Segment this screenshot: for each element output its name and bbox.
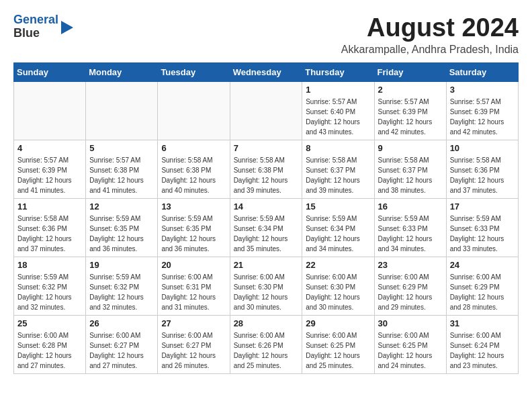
calendar-cell: 8Sunrise: 5:58 AM Sunset: 6:37 PM Daylig… [302,140,374,199]
calendar-cell: 5Sunrise: 5:57 AM Sunset: 6:38 PM Daylig… [86,140,158,199]
calendar-table: SundayMondayTuesdayWednesdayThursdayFrid… [13,62,519,374]
calendar-cell: 24Sunrise: 6:00 AM Sunset: 6:29 PM Dayli… [446,257,518,316]
day-info: Sunrise: 5:58 AM Sunset: 6:38 PM Dayligh… [161,155,226,195]
page-header: General Blue August 2024 Akkarampalle, A… [13,13,519,56]
calendar-cell: 23Sunrise: 6:00 AM Sunset: 6:29 PM Dayli… [374,257,446,316]
day-number: 4 [17,143,82,153]
calendar-cell: 28Sunrise: 6:00 AM Sunset: 6:26 PM Dayli… [230,316,302,374]
day-number: 24 [450,260,515,270]
calendar-cell: 12Sunrise: 5:59 AM Sunset: 6:35 PM Dayli… [86,199,158,257]
day-info: Sunrise: 6:00 AM Sunset: 6:25 PM Dayligh… [378,330,443,371]
calendar-cell: 10Sunrise: 5:58 AM Sunset: 6:36 PM Dayli… [446,140,518,199]
calendar-week-row: 1Sunrise: 5:57 AM Sunset: 6:40 PM Daylig… [14,82,519,140]
day-info: Sunrise: 6:00 AM Sunset: 6:27 PM Dayligh… [89,330,154,371]
calendar-week-row: 25Sunrise: 6:00 AM Sunset: 6:28 PM Dayli… [14,316,519,374]
day-number: 25 [17,318,82,328]
day-number: 16 [378,201,443,212]
calendar-cell: 13Sunrise: 5:59 AM Sunset: 6:35 PM Dayli… [158,199,230,257]
day-info: Sunrise: 6:00 AM Sunset: 6:29 PM Dayligh… [450,272,515,312]
calendar-week-row: 4Sunrise: 5:57 AM Sunset: 6:39 PM Daylig… [14,140,519,199]
weekday-header: Tuesday [158,63,230,82]
calendar-cell: 3Sunrise: 5:57 AM Sunset: 6:39 PM Daylig… [446,82,518,140]
calendar-cell [14,82,86,140]
day-number: 26 [89,318,154,328]
calendar-cell [158,82,230,140]
day-number: 18 [17,260,82,270]
day-number: 9 [378,143,443,153]
title-area: August 2024 Akkarampalle, Andhra Pradesh… [341,13,519,56]
day-number: 29 [306,318,370,328]
day-info: Sunrise: 6:00 AM Sunset: 6:31 PM Dayligh… [161,272,226,312]
day-number: 27 [161,318,226,328]
weekday-header: Saturday [446,63,518,82]
day-number: 5 [89,143,154,153]
day-number: 3 [450,85,515,95]
day-number: 22 [306,260,370,270]
day-info: Sunrise: 5:57 AM Sunset: 6:38 PM Dayligh… [89,155,154,195]
day-info: Sunrise: 6:00 AM Sunset: 6:26 PM Dayligh… [234,330,299,371]
day-number: 21 [234,260,299,270]
day-info: Sunrise: 5:58 AM Sunset: 6:36 PM Dayligh… [17,214,82,254]
calendar-cell: 11Sunrise: 5:58 AM Sunset: 6:36 PM Dayli… [14,199,86,257]
month-title: August 2024 [341,13,519,42]
day-number: 10 [450,143,515,153]
calendar-cell [86,82,158,140]
calendar-cell: 29Sunrise: 6:00 AM Sunset: 6:25 PM Dayli… [302,316,374,374]
day-info: Sunrise: 5:57 AM Sunset: 6:39 PM Dayligh… [17,155,82,195]
calendar-cell: 1Sunrise: 5:57 AM Sunset: 6:40 PM Daylig… [302,82,374,140]
day-number: 2 [378,85,443,95]
day-info: Sunrise: 5:57 AM Sunset: 6:39 PM Dayligh… [378,97,443,137]
calendar-cell: 22Sunrise: 6:00 AM Sunset: 6:30 PM Dayli… [302,257,374,316]
calendar-cell: 6Sunrise: 5:58 AM Sunset: 6:38 PM Daylig… [158,140,230,199]
day-number: 14 [234,201,299,212]
day-info: Sunrise: 5:59 AM Sunset: 6:34 PM Dayligh… [306,214,370,254]
weekday-header: Sunday [14,63,86,82]
calendar-week-row: 18Sunrise: 5:59 AM Sunset: 6:32 PM Dayli… [14,257,519,316]
calendar-cell: 9Sunrise: 5:58 AM Sunset: 6:37 PM Daylig… [374,140,446,199]
calendar-cell [230,82,302,140]
day-number: 19 [89,260,154,270]
weekday-header: Wednesday [230,63,302,82]
day-number: 6 [161,143,226,153]
day-info: Sunrise: 5:59 AM Sunset: 6:33 PM Dayligh… [450,214,515,254]
logo-text: General Blue [13,13,58,40]
logo-arrow-icon [61,21,73,34]
logo: General Blue [13,13,73,40]
day-info: Sunrise: 5:58 AM Sunset: 6:38 PM Dayligh… [234,155,299,195]
day-info: Sunrise: 5:58 AM Sunset: 6:37 PM Dayligh… [306,155,370,195]
calendar-cell: 7Sunrise: 5:58 AM Sunset: 6:38 PM Daylig… [230,140,302,199]
day-number: 31 [450,318,515,328]
calendar-cell: 4Sunrise: 5:57 AM Sunset: 6:39 PM Daylig… [14,140,86,199]
calendar-cell: 25Sunrise: 6:00 AM Sunset: 6:28 PM Dayli… [14,316,86,374]
calendar-cell: 27Sunrise: 6:00 AM Sunset: 6:27 PM Dayli… [158,316,230,374]
day-number: 8 [306,143,370,153]
day-info: Sunrise: 6:00 AM Sunset: 6:24 PM Dayligh… [450,330,515,371]
day-info: Sunrise: 5:58 AM Sunset: 6:37 PM Dayligh… [378,155,443,195]
day-info: Sunrise: 6:00 AM Sunset: 6:25 PM Dayligh… [306,330,370,371]
day-info: Sunrise: 5:57 AM Sunset: 6:40 PM Dayligh… [306,97,370,137]
calendar-cell: 16Sunrise: 5:59 AM Sunset: 6:33 PM Dayli… [374,199,446,257]
day-number: 13 [161,201,226,212]
calendar-week-row: 11Sunrise: 5:58 AM Sunset: 6:36 PM Dayli… [14,199,519,257]
weekday-header: Friday [374,63,446,82]
calendar-cell: 30Sunrise: 6:00 AM Sunset: 6:25 PM Dayli… [374,316,446,374]
day-number: 23 [378,260,443,270]
calendar-cell: 15Sunrise: 5:59 AM Sunset: 6:34 PM Dayli… [302,199,374,257]
day-info: Sunrise: 5:59 AM Sunset: 6:33 PM Dayligh… [378,214,443,254]
calendar-cell: 2Sunrise: 5:57 AM Sunset: 6:39 PM Daylig… [374,82,446,140]
calendar-cell: 21Sunrise: 6:00 AM Sunset: 6:30 PM Dayli… [230,257,302,316]
day-info: Sunrise: 5:59 AM Sunset: 6:32 PM Dayligh… [17,272,82,312]
day-number: 17 [450,201,515,212]
calendar-cell: 18Sunrise: 5:59 AM Sunset: 6:32 PM Dayli… [14,257,86,316]
calendar-header-row: SundayMondayTuesdayWednesdayThursdayFrid… [14,63,519,82]
calendar-cell: 31Sunrise: 6:00 AM Sunset: 6:24 PM Dayli… [446,316,518,374]
day-info: Sunrise: 5:58 AM Sunset: 6:36 PM Dayligh… [450,155,515,195]
calendar-cell: 17Sunrise: 5:59 AM Sunset: 6:33 PM Dayli… [446,199,518,257]
day-info: Sunrise: 5:59 AM Sunset: 6:34 PM Dayligh… [234,214,299,254]
day-number: 15 [306,201,370,212]
day-info: Sunrise: 5:57 AM Sunset: 6:39 PM Dayligh… [450,97,515,137]
day-info: Sunrise: 5:59 AM Sunset: 6:32 PM Dayligh… [89,272,154,312]
location: Akkarampalle, Andhra Pradesh, India [341,44,519,56]
weekday-header: Thursday [302,63,374,82]
calendar-cell: 19Sunrise: 5:59 AM Sunset: 6:32 PM Dayli… [86,257,158,316]
